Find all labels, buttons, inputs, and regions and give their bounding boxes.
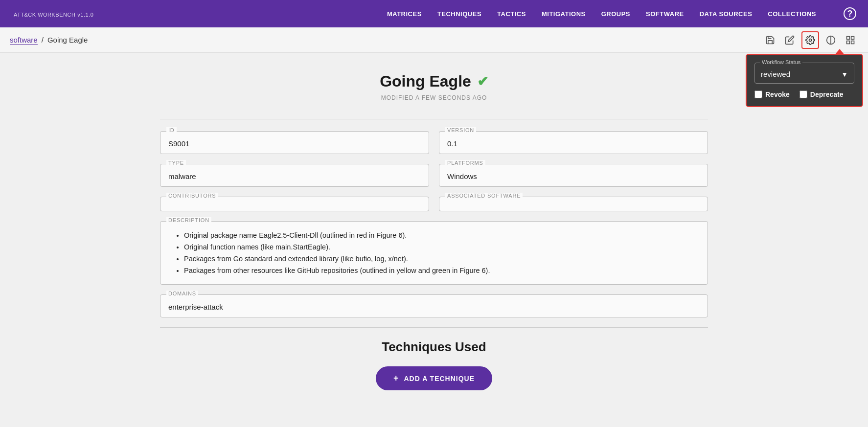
- grid-button[interactable]: [843, 32, 858, 48]
- nav-matrices[interactable]: MATRICES: [387, 10, 422, 18]
- platforms-field: PLATFORMS Windows: [439, 164, 708, 187]
- nav-links: MATRICES TECHNIQUES TACTICS MITIGATIONS …: [387, 7, 856, 20]
- modified-timestamp: MODIFIED A FEW SECONDS AGO: [140, 94, 728, 101]
- domains-field: DOMAINS enterprise-attack: [160, 294, 708, 317]
- type-label: TYPE: [166, 160, 186, 166]
- description-item-2: Original function names (like main.Start…: [184, 243, 696, 251]
- associated-software-label: ASSOCIATED SOFTWARE: [445, 193, 523, 199]
- workflow-status-panel: Workflow Status reviewed work-in-progres…: [754, 63, 854, 84]
- page-title: Going Eagle ✔: [380, 72, 488, 90]
- domains-label: DOMAINS: [166, 291, 198, 296]
- settings-button[interactable]: [801, 31, 819, 49]
- type-field: TYPE malware: [160, 164, 429, 187]
- svg-rect-2: [847, 36, 850, 39]
- description-label: DESCRIPTION: [166, 217, 211, 223]
- domains-value: enterprise-attack: [168, 301, 700, 311]
- svg-rect-5: [851, 41, 854, 44]
- plus-icon: +: [393, 373, 399, 383]
- workflow-select-wrapper: reviewed work-in-progress awaiting-revie…: [761, 68, 848, 80]
- breadcrumb-bar: software / Going Eagle Workflow Status r…: [0, 27, 868, 53]
- save-button[interactable]: [762, 32, 778, 48]
- workflow-status-select[interactable]: reviewed work-in-progress awaiting-revie…: [761, 68, 841, 80]
- contributors-field: CONTRIBUTORS: [160, 197, 429, 211]
- workflow-actions: Revoke Deprecate: [754, 90, 854, 98]
- title-divider: [160, 119, 708, 119]
- breadcrumb-parent[interactable]: software: [10, 36, 38, 45]
- revoke-checkbox[interactable]: [754, 90, 762, 98]
- id-value: S9001: [168, 137, 421, 148]
- edit-button[interactable]: [782, 32, 798, 48]
- svg-rect-3: [851, 36, 854, 39]
- techniques-title: Techniques Used: [160, 339, 708, 355]
- version-field: VERSION 0.1: [439, 131, 708, 154]
- workflow-popup: Workflow Status reviewed work-in-progres…: [746, 54, 863, 107]
- description-item-4: Packages from other resources like GitHu…: [184, 267, 696, 274]
- nav-techniques[interactable]: TECHNIQUES: [437, 10, 481, 18]
- chevron-down-icon: ▼: [841, 70, 848, 78]
- add-technique-wrapper: + ADD A TECHNIQUE: [160, 366, 708, 390]
- nav-tactics[interactable]: TACTICS: [497, 10, 526, 18]
- version-value: 0.1: [447, 137, 700, 148]
- nav-mitigations[interactable]: MITIGATIONS: [542, 10, 586, 18]
- app-brand: ATT&CK WORKBENCHv1.1.0: [12, 9, 93, 19]
- workflow-status-label: Workflow Status: [760, 59, 802, 65]
- platforms-label: PLATFORMS: [445, 160, 485, 166]
- id-field: ID S9001: [160, 131, 429, 154]
- breadcrumb-current: Going Eagle: [47, 36, 88, 44]
- contrast-button[interactable]: [823, 32, 839, 48]
- techniques-divider: [160, 327, 708, 328]
- navbar: ATT&CK WORKBENCHv1.1.0 MATRICES TECHNIQU…: [0, 0, 868, 27]
- techniques-section: Techniques Used + ADD A TECHNIQUE: [160, 327, 708, 390]
- nav-groups[interactable]: GROUPS: [601, 10, 630, 18]
- page-title-section: Going Eagle ✔ MODIFIED A FEW SECONDS AGO: [140, 53, 728, 119]
- version-label: VERSION: [445, 127, 476, 133]
- toolbar-actions: [762, 31, 858, 49]
- svg-point-0: [809, 39, 812, 41]
- associated-software-field: ASSOCIATED SOFTWARE: [439, 197, 708, 211]
- contributors-value: [168, 203, 421, 205]
- description-list: Original package name Eagle2.5-Client-Dl…: [172, 231, 696, 274]
- breadcrumb: software / Going Eagle: [10, 36, 88, 45]
- nav-collections[interactable]: COLLECTIONS: [768, 10, 816, 18]
- reviewed-badge: ✔: [477, 73, 488, 90]
- svg-rect-4: [847, 41, 850, 44]
- add-technique-button[interactable]: + ADD A TECHNIQUE: [376, 366, 492, 390]
- id-label: ID: [166, 127, 177, 133]
- help-button[interactable]: ?: [844, 7, 856, 20]
- deprecate-checkbox[interactable]: [799, 90, 807, 98]
- contributors-label: CONTRIBUTORS: [166, 193, 218, 199]
- type-value: malware: [168, 170, 421, 180]
- nav-software[interactable]: SOFTWARE: [646, 10, 684, 18]
- nav-data-sources[interactable]: DATA SOURCES: [700, 10, 753, 18]
- domains-section: DOMAINS enterprise-attack: [160, 294, 708, 317]
- description-item-3: Packages from Go standard and extended l…: [184, 255, 696, 263]
- description-item-1: Original package name Eagle2.5-Client-Dl…: [184, 231, 696, 239]
- main-content: Going Eagle ✔ MODIFIED A FEW SECONDS AGO…: [140, 53, 728, 420]
- associated-software-value: [447, 203, 700, 205]
- description-section: DESCRIPTION Original package name Eagle2…: [160, 221, 708, 285]
- revoke-checkbox-label[interactable]: Revoke: [754, 90, 790, 98]
- platforms-value: Windows: [447, 170, 700, 180]
- deprecate-checkbox-label[interactable]: Deprecate: [799, 90, 844, 98]
- fields-grid: ID S9001 VERSION 0.1 TYPE malware PLATFO…: [160, 131, 708, 211]
- breadcrumb-separator: /: [42, 36, 44, 44]
